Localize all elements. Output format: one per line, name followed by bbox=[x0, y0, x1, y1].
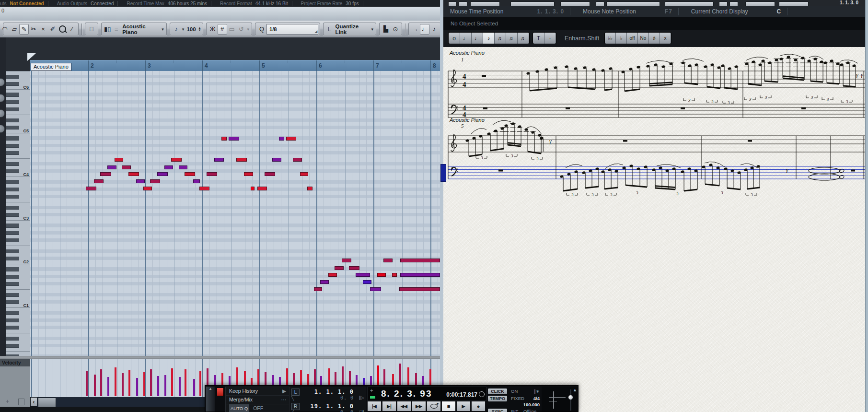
precount-icon[interactable]: ∥∗ bbox=[533, 388, 540, 394]
score-toolbar-fragment[interactable] bbox=[448, 1, 457, 6]
midi-note[interactable] bbox=[300, 172, 308, 176]
midi-note[interactable] bbox=[265, 172, 275, 176]
velocity-bar[interactable] bbox=[150, 369, 152, 396]
note-value-button[interactable]: ♪ bbox=[483, 33, 495, 44]
quantize-preset-field[interactable]: 1/8 ◢ bbox=[266, 24, 318, 35]
black-key[interactable] bbox=[6, 238, 19, 243]
panel-knob[interactable] bbox=[0, 109, 5, 118]
midi-note[interactable] bbox=[86, 187, 96, 190]
velocity-bar[interactable] bbox=[193, 379, 195, 396]
click-button[interactable]: CLICK bbox=[488, 388, 507, 394]
stop-button[interactable]: ■ bbox=[441, 401, 456, 412]
dot-button[interactable]: · bbox=[544, 33, 556, 44]
midi-note[interactable] bbox=[229, 137, 239, 141]
black-key[interactable] bbox=[6, 75, 19, 79]
score-toolbar-fragment[interactable] bbox=[729, 1, 738, 6]
midi-note[interactable] bbox=[320, 280, 329, 284]
note-value-button[interactable]: ♬ bbox=[495, 33, 506, 44]
punch-in-icon[interactable]: ∥▷ bbox=[359, 395, 364, 400]
score-toolbar-fragment[interactable] bbox=[665, 1, 714, 6]
score-toolbar-fragment[interactable] bbox=[606, 1, 660, 6]
expand-icon[interactable]: ▲ bbox=[573, 388, 577, 392]
tempo-button[interactable]: TEMPO bbox=[488, 396, 507, 401]
left-locator-value[interactable]: 1. 1. 1. 0 bbox=[314, 388, 354, 395]
merge-mix-item[interactable]: Merge/Mix ⋯ bbox=[226, 396, 289, 404]
black-key[interactable] bbox=[6, 93, 19, 97]
midi-note[interactable] bbox=[363, 280, 371, 284]
crossfade-icon[interactable]: Ӝ bbox=[208, 24, 218, 35]
midi-note[interactable] bbox=[328, 273, 337, 277]
black-key[interactable] bbox=[6, 249, 19, 254]
velocity-bar[interactable] bbox=[143, 372, 145, 396]
left-locator-button[interactable]: L bbox=[291, 388, 300, 396]
midi-note[interactable] bbox=[257, 187, 267, 190]
transport-collapse-icon[interactable]: ▲ bbox=[206, 387, 215, 412]
black-key[interactable] bbox=[6, 169, 19, 174]
midi-note[interactable] bbox=[244, 172, 253, 176]
note-insert-icon[interactable]: ♩ bbox=[420, 24, 429, 35]
scrollbar-thumb[interactable] bbox=[38, 398, 56, 407]
black-key[interactable] bbox=[6, 151, 19, 155]
midi-note[interactable] bbox=[100, 172, 111, 176]
score-toolbar-fragment[interactable] bbox=[719, 1, 728, 6]
edited-part-label[interactable]: Acoustic Piano bbox=[122, 24, 159, 35]
score-toolbar-fragment[interactable] bbox=[779, 1, 809, 6]
midi-note[interactable] bbox=[383, 259, 393, 262]
object-select-tool-icon[interactable]: ◠ bbox=[0, 24, 10, 35]
midi-note[interactable] bbox=[342, 259, 351, 262]
enharm-button[interactable]: x bbox=[660, 33, 671, 44]
midi-input-icon[interactable]: ⊙ bbox=[391, 24, 400, 35]
note-value-button[interactable]: ♬ bbox=[506, 33, 518, 44]
scroll-left-icon[interactable]: ‹ bbox=[30, 397, 37, 407]
trim-tool-icon[interactable]: ✐ bbox=[48, 24, 58, 35]
draw-tool-icon[interactable]: ✎ bbox=[19, 24, 29, 35]
velocity-bar[interactable] bbox=[128, 370, 130, 396]
midi-note[interactable] bbox=[164, 165, 173, 169]
velocity-bar[interactable] bbox=[100, 369, 102, 396]
black-key[interactable] bbox=[6, 344, 19, 348]
note-value-button[interactable]: ♩ bbox=[472, 33, 483, 44]
score-toolbar-fragment[interactable] bbox=[596, 1, 604, 6]
black-key[interactable] bbox=[6, 293, 19, 297]
midi-note[interactable] bbox=[286, 137, 296, 141]
song-position-value[interactable]: 8. 2. 3. 93 bbox=[381, 388, 432, 399]
midi-note[interactable] bbox=[272, 158, 281, 162]
midi-note[interactable] bbox=[307, 187, 312, 190]
enharm-button[interactable]: ♭ bbox=[616, 33, 627, 44]
midi-note[interactable] bbox=[251, 187, 255, 190]
black-key[interactable] bbox=[6, 213, 19, 217]
tuplet-button[interactable]: T bbox=[533, 33, 544, 44]
midi-note[interactable] bbox=[392, 273, 397, 277]
velocity-bar[interactable] bbox=[107, 377, 109, 396]
note-value-button[interactable]: o bbox=[449, 33, 460, 44]
black-key[interactable] bbox=[6, 282, 19, 286]
mute-tool-icon[interactable]: × bbox=[38, 24, 48, 35]
black-key[interactable] bbox=[6, 337, 19, 341]
right-locator-button[interactable]: R bbox=[291, 403, 300, 410]
black-key[interactable] bbox=[6, 224, 19, 228]
enharm-button[interactable]: off bbox=[627, 33, 638, 44]
black-key[interactable] bbox=[6, 144, 19, 148]
eraser-tool-icon[interactable]: ▱ bbox=[10, 24, 19, 35]
piano-keyboard[interactable]: C6C5C4C3C2C1 bbox=[6, 71, 31, 356]
midi-note[interactable] bbox=[214, 158, 224, 162]
black-key[interactable] bbox=[6, 136, 19, 141]
midi-note[interactable] bbox=[377, 273, 386, 277]
velocity-bar[interactable] bbox=[185, 369, 186, 396]
midi-note[interactable] bbox=[136, 179, 145, 183]
level-slider[interactable] bbox=[570, 389, 571, 411]
midi-note[interactable] bbox=[122, 165, 131, 169]
chevron-down-icon[interactable]: ▾ bbox=[371, 27, 374, 32]
velocity-bar[interactable] bbox=[179, 377, 181, 396]
midi-note[interactable] bbox=[356, 273, 370, 277]
step-input-arrow-icon[interactable]: → bbox=[410, 24, 420, 35]
black-key[interactable] bbox=[6, 82, 19, 86]
panel-knob[interactable] bbox=[0, 78, 5, 86]
enharm-button[interactable]: ♯ bbox=[649, 33, 660, 44]
midi-note[interactable] bbox=[193, 179, 200, 183]
insert-velocity-value[interactable]: 100 bbox=[186, 26, 196, 32]
note-value-button[interactable]: ♩ bbox=[460, 33, 472, 44]
midi-note[interactable] bbox=[157, 172, 168, 176]
go-end-button[interactable]: ▶| bbox=[382, 401, 396, 412]
velocity-bar[interactable] bbox=[171, 368, 173, 396]
